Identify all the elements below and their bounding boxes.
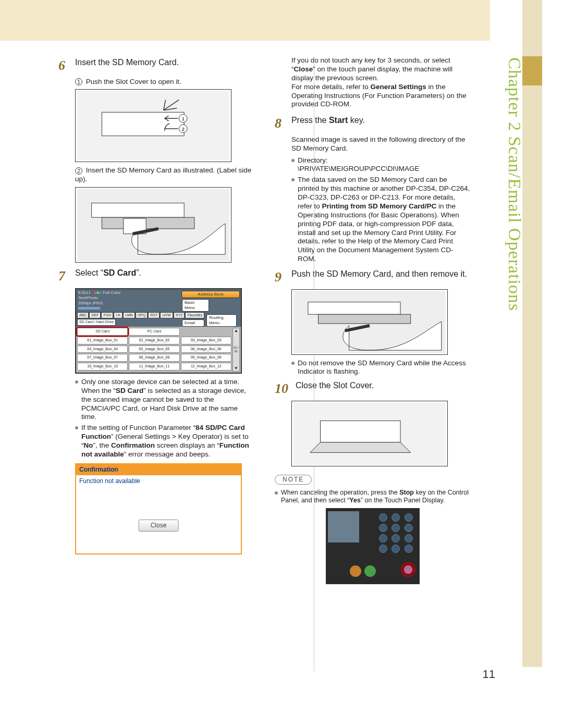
page-content: 6 Insert the SD Memory Card. 1 Push the … bbox=[58, 56, 491, 584]
box-11[interactable]: 11_Image_Box_11 bbox=[129, 363, 179, 371]
bullet-icon bbox=[275, 491, 278, 495]
step-6-sub2: 2 Insert the SD Memory Card as illustrat… bbox=[75, 166, 254, 184]
side-tab-bg bbox=[522, 0, 542, 667]
confirmation-title: Confirmation bbox=[76, 464, 241, 475]
step7-bullet2: If the setting of Function Parameter “84… bbox=[75, 424, 254, 459]
step-6-sub1: 1 Push the Slot Cover to open it. bbox=[75, 78, 254, 87]
bullet-icon bbox=[75, 380, 78, 384]
note-bullet: When canceling the operation, press the … bbox=[275, 489, 470, 505]
address-book-button[interactable]: Address Book bbox=[181, 291, 240, 298]
box-12[interactable]: 12_Image_Box_12 bbox=[181, 363, 231, 371]
svg-rect-1 bbox=[102, 113, 184, 136]
step-6-title: Insert the SD Memory Card. bbox=[75, 58, 179, 67]
b2p5: ” error message and beeps. bbox=[124, 450, 211, 458]
box-06[interactable]: 06_Image_Box_06 bbox=[181, 346, 231, 353]
box-02[interactable]: 02_Image_Box_02 bbox=[129, 337, 179, 344]
step-9-title: Push the SD Memory Card, and then remove… bbox=[291, 269, 467, 278]
dir-path: \PRIVATE\MEIGROUP\PCC\DI\IMAGE bbox=[298, 165, 470, 174]
scroll-count: 01 / 01 bbox=[233, 346, 239, 354]
step-num-10: 10 bbox=[275, 380, 293, 398]
svg-text:1: 1 bbox=[181, 116, 184, 122]
column-divider bbox=[314, 56, 314, 671]
np3: ” on the Touch Panel Display. bbox=[361, 497, 445, 504]
box-05[interactable]: 05_Image_Box_05 bbox=[129, 346, 179, 353]
step-10: 10 Close the Slot Cover. bbox=[275, 380, 470, 398]
c1p2: ” on the touch panel display, the machin… bbox=[291, 65, 452, 82]
step-num-7: 7 bbox=[58, 268, 73, 285]
page-number: 11 bbox=[483, 668, 495, 681]
svg-rect-12 bbox=[319, 314, 411, 324]
b2b2: No bbox=[84, 441, 93, 449]
email-button[interactable]: Email bbox=[182, 319, 204, 327]
c2b: General Settings bbox=[371, 83, 426, 91]
tab-ik[interactable]: I-K bbox=[114, 312, 123, 319]
step-6: 6 Insert the SD Memory Card. bbox=[58, 57, 254, 75]
touchscreen-screenshot: 8.5x11 ■■■ Full Color Text/Photo 200dpi … bbox=[75, 288, 242, 374]
t7-post: ”. bbox=[136, 268, 141, 277]
sd-card-button[interactable]: SD Card bbox=[77, 328, 128, 336]
c2p1: For more details, refer to bbox=[291, 83, 371, 91]
tab-uvw[interactable]: UVW bbox=[160, 312, 173, 319]
s8p1: Press the bbox=[291, 116, 329, 125]
dir-label: Directory: bbox=[298, 156, 470, 165]
basic-menu-button[interactable]: Basic Menu bbox=[182, 299, 209, 312]
box-07[interactable]: 07_Image_Box_07 bbox=[77, 354, 128, 362]
step-8-title: Press the Start key. bbox=[291, 116, 365, 125]
pc-card-button[interactable]: PC Card bbox=[129, 328, 179, 336]
reset-key-icon bbox=[350, 565, 361, 577]
box-08[interactable]: 08_Image_Box_08 bbox=[129, 354, 179, 362]
s8b2b: Printing from SD Memory Card/PC bbox=[322, 202, 437, 210]
step-8: 8 Press the Start key. bbox=[275, 115, 470, 132]
circled-2-icon: 2 bbox=[75, 167, 82, 175]
chapter-title-vertical: Chapter 2 Scan/Email Operations bbox=[505, 57, 522, 422]
tab-opq[interactable]: OPQ bbox=[136, 312, 148, 319]
box-10[interactable]: 10_Image_Box_10 bbox=[77, 363, 128, 371]
step8-bullet-print: The data saved on the SD Memory Card can… bbox=[291, 176, 470, 264]
tab-xyz[interactable]: XYZ bbox=[174, 312, 185, 319]
carryover-text: If you do not touch any key for 3 second… bbox=[291, 56, 470, 109]
svg-rect-14 bbox=[321, 421, 401, 442]
box-04[interactable]: 04_Image_Box_04 bbox=[77, 346, 128, 353]
tab-def[interactable]: DEF bbox=[89, 312, 101, 319]
bullet-icon bbox=[291, 178, 295, 181]
tab-lmn[interactable]: LMN bbox=[123, 312, 135, 319]
scroll-down-icon[interactable]: ▼ bbox=[233, 366, 239, 371]
note-pill: NOTE bbox=[275, 475, 312, 485]
control-panel-photo bbox=[326, 508, 420, 584]
top-header-band bbox=[0, 0, 490, 41]
scroll-up-icon[interactable]: ▲ bbox=[233, 328, 239, 334]
s9b1: Do not remove the SD Memory Card while t… bbox=[298, 359, 470, 377]
t7-b: SD Card bbox=[103, 268, 136, 277]
svg-text:2: 2 bbox=[181, 126, 184, 132]
confirmation-message: Function not available bbox=[79, 477, 238, 485]
close-button[interactable]: Close bbox=[139, 520, 179, 532]
svg-rect-8 bbox=[102, 217, 194, 229]
ts-doc-type: Text/Photo bbox=[78, 295, 98, 300]
step-7-title: Select “SD Card”. bbox=[75, 268, 141, 277]
tab-fgh[interactable]: FGH bbox=[101, 312, 113, 319]
scrollbar[interactable]: ▲ 01 / 01 ▼ bbox=[232, 328, 240, 372]
nb1: Stop bbox=[399, 489, 414, 496]
left-column: 6 Insert the SD Memory Card. 1 Push the … bbox=[58, 56, 254, 584]
tab-rst[interactable]: RST bbox=[148, 312, 160, 319]
routing-menu-button[interactable]: Routing Menu bbox=[206, 314, 237, 327]
chapter-title-text: Chapter 2 Scan/Email Operations bbox=[505, 57, 524, 311]
b2b3: Confirmation bbox=[111, 441, 155, 449]
start-key-icon bbox=[364, 565, 376, 577]
s8b2p2: in the Operating Instructions (for Basic… bbox=[298, 202, 459, 263]
b2p3: ”, the bbox=[93, 441, 112, 449]
step-7: 7 Select “SD Card”. bbox=[58, 268, 254, 285]
t7-pre: Select “ bbox=[75, 268, 103, 277]
step7-bullet1: Only one storage device can be selected … bbox=[75, 378, 254, 422]
box-01[interactable]: 01_Image_Box_01 bbox=[77, 337, 128, 344]
box-09[interactable]: 09_Image_Box_09 bbox=[181, 354, 231, 362]
figure-slot-cover-open: 1 2 bbox=[75, 89, 231, 162]
tab-abc[interactable]: ABC bbox=[77, 312, 89, 319]
s8b: Start bbox=[329, 116, 348, 125]
chapter-marker bbox=[522, 56, 542, 85]
step-10-title: Close the Slot Cover. bbox=[296, 381, 374, 390]
tab-favorites[interactable]: Favorites bbox=[185, 312, 204, 319]
tab-sdcard-hdd[interactable]: SD Card / Hard Drive bbox=[77, 319, 116, 326]
box-03[interactable]: 03_Image_Box_03 bbox=[181, 337, 231, 344]
b2p4: screen displays an “ bbox=[155, 441, 219, 449]
